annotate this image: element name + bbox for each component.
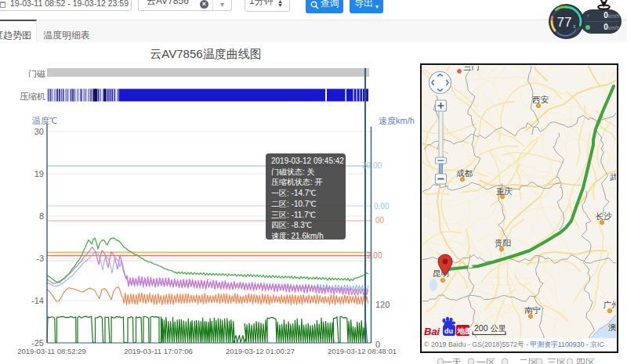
svg-text:20.00: 20.00 bbox=[362, 161, 382, 170]
svg-text:西安: 西安 bbox=[532, 95, 549, 104]
svg-text:8: 8 bbox=[39, 211, 44, 221]
svg-text:一区: 一区 bbox=[477, 357, 495, 364]
svg-text:-3: -3 bbox=[36, 254, 44, 263]
svg-text:重庆: 重庆 bbox=[496, 186, 513, 196]
svg-text:0.00: 0.00 bbox=[374, 202, 390, 211]
svg-text:du: du bbox=[444, 327, 453, 335]
svg-text:广州: 广州 bbox=[603, 300, 616, 309]
svg-text:贵阳: 贵阳 bbox=[495, 238, 511, 247]
svg-text:19: 19 bbox=[34, 169, 44, 178]
svg-text:-14: -14 bbox=[31, 296, 44, 305]
svg-text:30: 30 bbox=[34, 127, 44, 136]
svg-text:77: 77 bbox=[557, 15, 572, 30]
svg-text:三区: 三区 bbox=[547, 357, 566, 364]
svg-text:2019-03-12 01:00:27: 2019-03-12 01:00:27 bbox=[226, 347, 295, 355]
svg-text:四区: 四区 bbox=[576, 357, 595, 364]
svg-text:澳: 澳 bbox=[607, 323, 616, 332]
svg-text:成都: 成都 bbox=[456, 168, 473, 178]
svg-text:2019-03-11 17:07:06: 2019-03-11 17:07:06 bbox=[124, 347, 193, 355]
svg-text:南宁: 南宁 bbox=[524, 305, 541, 315]
svg-text:2019-03-11 08:52:29: 2019-03-11 08:52:29 bbox=[17, 347, 86, 355]
svg-text:武: 武 bbox=[610, 172, 616, 182]
svg-text:2019-03-12 08:48:01: 2019-03-12 08:48:01 bbox=[328, 347, 397, 355]
svg-text:一天: 一天 bbox=[443, 357, 462, 364]
svg-text:00: 00 bbox=[375, 216, 385, 225]
svg-text:三门: 三门 bbox=[463, 66, 480, 71]
svg-text:2.00: 2.00 bbox=[367, 251, 382, 260]
svg-text:Bai: Bai bbox=[424, 326, 440, 337]
svg-text:200 公里: 200 公里 bbox=[474, 323, 506, 333]
svg-text:二区: 二区 bbox=[519, 357, 538, 364]
svg-text:长沙: 长沙 bbox=[596, 211, 613, 221]
svg-text:120: 120 bbox=[375, 300, 390, 309]
svg-text:© 2019 Baidu - GS(2018)5572号 -: © 2019 Baidu - GS(2018)5572号 - 甲测资字11009… bbox=[424, 341, 604, 348]
svg-text:地图: 地图 bbox=[457, 326, 473, 335]
svg-text:x: x bbox=[573, 23, 576, 29]
